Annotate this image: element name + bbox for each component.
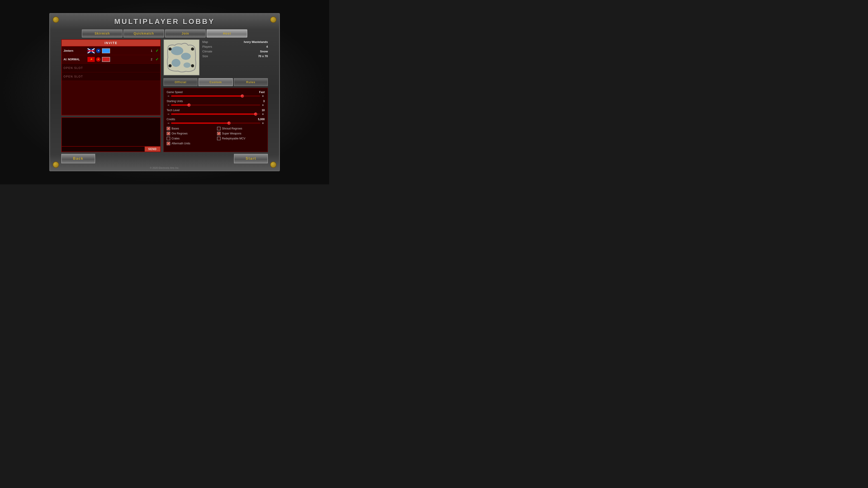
game-speed-thumb[interactable] [241,94,244,98]
tab-custom[interactable]: Custom [198,78,232,86]
nav-quickmatch[interactable]: Quickmatch [123,29,164,37]
copyright: © 2020 Electronic Arts Inc. [50,165,279,170]
checkbox-bases-label: Bases [172,127,179,130]
size-label: Size [202,55,208,58]
right-panel: Map Ivory Wastelands Players 4 Climate S… [163,39,268,152]
checkbox-superweapons[interactable]: Super Weapons [217,132,265,135]
checkbox-ore-input[interactable] [166,132,170,135]
svg-point-5 [168,47,172,51]
starting-units-plus[interactable]: + [261,103,265,107]
player-slot: 1 [151,49,152,53]
left-panel: INVITE Jimtern ★ 1 ✓ AI: NORMAL ☭ ⚡ [61,39,161,152]
credits-value: 5,000 [258,118,265,121]
tab-row: Official Custom Rules [163,78,268,86]
starting-units-track[interactable] [171,104,260,106]
svg-point-2 [181,53,191,60]
checkbox-crates-label: Crates [172,137,180,140]
checkbox-ore[interactable]: Ore Regrows [166,132,214,135]
starting-units-minus[interactable]: − [166,103,170,107]
map-label: Map [202,40,208,43]
credits-track[interactable] [171,123,260,124]
invite-header: INVITE [61,39,161,46]
credits-fill [171,123,229,124]
checkbox-shroud-input[interactable] [217,127,221,130]
nav-join[interactable]: Join [165,29,206,37]
starting-units-row: Starting Units 3 − + [166,100,265,107]
checkbox-bases[interactable]: Bases [166,127,214,130]
map-details: Map Ivory Wastelands Players 4 Climate S… [202,39,268,60]
svg-point-3 [172,59,180,67]
player-name: AI: NORMAL [64,58,86,61]
size-value: 70 x 70 [258,55,268,58]
tech-level-minus[interactable]: − [166,112,170,116]
bottom-row: Back Start [50,152,279,165]
credits-plus[interactable]: + [261,121,265,125]
map-preview[interactable] [163,39,199,75]
tech-level-row: Tech Level 10 − + [166,109,265,116]
starting-units-label: Starting Units [166,100,183,103]
tab-rules[interactable]: Rules [234,78,268,86]
checkbox-shroud[interactable]: Shroud Regrows [217,127,265,130]
checkbox-aftermath[interactable]: Aftermath Units [166,142,214,145]
starting-units-thumb[interactable] [187,103,191,107]
credits-thumb[interactable] [227,122,230,125]
svg-point-4 [184,62,191,68]
checkbox-redeployable-input[interactable] [217,137,221,140]
nav-host[interactable]: Host [207,29,247,37]
checkbox-shroud-label: Shroud Regrows [222,127,242,130]
game-speed-row: Game Speed Fast − + [166,91,265,98]
player-slot: 2 [151,58,152,61]
checkbox-aftermath-input[interactable] [166,142,170,145]
send-button[interactable]: SEND [145,147,160,152]
svg-point-8 [191,64,194,67]
chat-area [61,117,161,147]
tech-level-track[interactable] [171,113,260,115]
checkbox-aftermath-label: Aftermath Units [172,142,190,145]
checkbox-redeployable[interactable]: Redeployable MCV [217,137,265,140]
checkbox-crates[interactable]: Crates [166,137,214,140]
chat-input[interactable] [62,147,145,152]
faction-badge-soviet: ⚡ [96,57,101,62]
bolt-bottom-right [270,162,276,168]
credits-minus[interactable]: − [166,121,170,125]
open-slot-label: OPEN SLOT [64,75,83,78]
svg-point-7 [168,64,172,67]
color-swatch[interactable] [102,48,110,53]
nav-skirmish[interactable]: Skirmish [82,29,123,37]
color-swatch[interactable] [102,57,110,62]
tech-level-value: 10 [262,109,265,112]
checkbox-crates-input[interactable] [166,137,170,140]
bolt-bottom-left [53,162,59,168]
map-detail-size: Size 70 x 70 [202,55,268,58]
game-speed-track[interactable] [171,95,260,97]
back-button[interactable]: Back [61,154,95,163]
credits-label: Credits [166,118,175,121]
open-slot-row[interactable]: OPEN SLOT [62,72,160,81]
ready-check: ✓ [156,57,158,61]
tab-official[interactable]: Official [163,78,197,86]
game-speed-minus[interactable]: − [166,94,170,98]
players-list: Jimtern ★ 1 ✓ AI: NORMAL ☭ ⚡ 2 ✓ [61,46,161,116]
game-speed-plus[interactable]: + [261,94,265,98]
game-speed-value: Fast [259,91,265,94]
nav-row: Skirmish Quickmatch Join Host [50,28,279,39]
player-row[interactable]: Jimtern ★ 1 ✓ [62,46,160,55]
checkbox-bases-input[interactable] [166,127,170,130]
tech-level-thumb[interactable] [254,112,257,116]
open-slot-row[interactable]: OPEN SLOT [62,64,160,72]
ready-check: ✓ [156,48,158,53]
player-row[interactable]: AI: NORMAL ☭ ⚡ 2 ✓ [62,55,160,64]
faction-badge-allied: ★ [96,48,101,53]
page-title: MULTIPLAYER LOBBY [114,18,215,26]
checkbox-ore-label: Ore Regrows [172,132,188,135]
tech-level-label: Tech Level [166,109,180,112]
players-label: Players [202,45,212,48]
climate-label: Climate [202,50,212,53]
svg-point-1 [171,46,183,55]
checkbox-superweapons-input[interactable] [217,132,221,135]
map-value: Ivory Wastelands [244,40,268,43]
tech-level-plus[interactable]: + [261,112,265,116]
checkbox-redeployable-label: Redeployable MCV [222,137,245,140]
game-speed-fill [171,95,242,97]
start-button[interactable]: Start [234,154,268,163]
